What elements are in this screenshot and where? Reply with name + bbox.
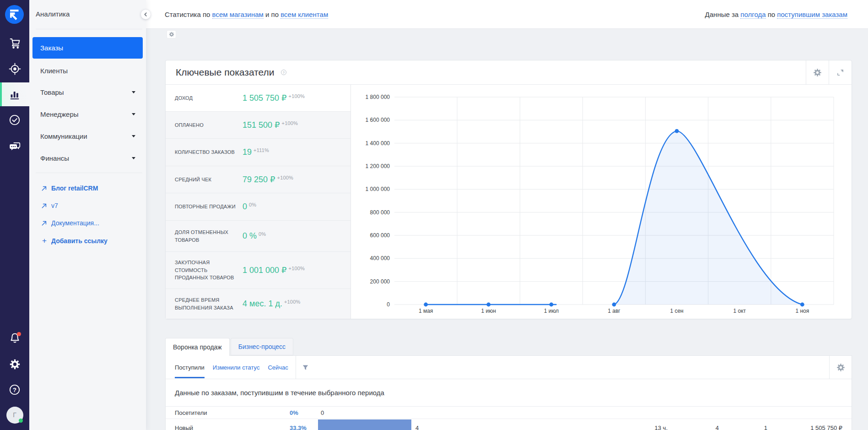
- chart-point[interactable]: [612, 303, 616, 307]
- metric-label: ДОХОД: [175, 94, 237, 102]
- metric-row[interactable]: ПОВТОРНЫЕ ПРОДАЖИ00%: [166, 193, 350, 220]
- sidebar-add-link[interactable]: + Добавить ссылку: [41, 236, 108, 245]
- metric-amount: 0: [243, 202, 247, 211]
- metric-amount: 151 500 ₽: [243, 120, 280, 130]
- kpi-card-header: Ключевые показатели: [166, 60, 852, 85]
- kpi-settings-button[interactable]: [806, 60, 829, 84]
- all-shops-link[interactable]: всем магазинам: [212, 11, 264, 19]
- rail-item-settings[interactable]: [0, 351, 29, 377]
- period-link[interactable]: полгода: [740, 11, 766, 19]
- metric-value: 00%: [243, 202, 256, 212]
- all-clients-link[interactable]: всем клиентам: [280, 11, 328, 19]
- metric-value: 0 %0%: [243, 231, 266, 241]
- x-axis-label: 1 сен: [670, 308, 683, 314]
- rail-item-notifications[interactable]: [0, 325, 29, 351]
- icon-rail: Г: [0, 0, 29, 430]
- gear-icon: [9, 359, 21, 370]
- subtab-received[interactable]: Поступили: [175, 356, 205, 379]
- chart-point[interactable]: [550, 303, 554, 307]
- gear-icon: [836, 363, 845, 372]
- metric-label: ПОВТОРНЫЕ ПРОДАЖИ: [175, 203, 237, 211]
- subtab-status-changed[interactable]: Изменили статус: [213, 356, 260, 379]
- sidebar-link-v7[interactable]: v7: [41, 202, 58, 209]
- y-axis-label: 1 400 000: [366, 140, 390, 147]
- chevron-left-icon: [143, 12, 148, 17]
- metric-row[interactable]: ОПЛАЧЕНО151 500 ₽+100%: [166, 111, 350, 138]
- page-settings-button[interactable]: [167, 30, 176, 38]
- period-prefix: Данные за: [705, 11, 741, 18]
- funnel-row[interactable]: Новый33,3%413 ч.411 505 750 ₽: [166, 419, 852, 430]
- kpi-expand-button[interactable]: [829, 60, 852, 84]
- metric-row[interactable]: СРЕДНЕЕ ВРЕМЯ ВЫПОЛНЕНИЯ ЗАКАЗА4 мес. 1 …: [166, 288, 350, 319]
- y-axis-label: 1 200 000: [366, 163, 390, 169]
- rail-item-chats[interactable]: [0, 133, 29, 159]
- metric-row[interactable]: КОЛИЧЕСТВО ЗАКАЗОВ19+111%: [166, 138, 350, 166]
- metric-row[interactable]: СРЕДНИЙ ЧЕК79 250 ₽+100%: [166, 166, 350, 193]
- user-avatar[interactable]: Г: [0, 402, 29, 428]
- metric-amount: 1 505 750 ₽: [243, 93, 287, 103]
- kpi-card-body: ДОХОД1 505 750 ₽+100%ОПЛАЧЕНО151 500 ₽+1…: [166, 85, 852, 319]
- x-axis-label: 1 июл: [544, 308, 559, 314]
- sidebar-item-label: Менеджеры: [40, 110, 79, 118]
- tab-label: Бизнес-процесс: [238, 343, 286, 350]
- retailcrm-logo[interactable]: [5, 5, 24, 24]
- y-axis-label: 800 000: [370, 209, 390, 216]
- chart-point[interactable]: [675, 129, 679, 133]
- gear-icon: [169, 32, 174, 37]
- subtab-label: Поступили: [175, 364, 205, 371]
- sidebar-item-customers[interactable]: Клиенты: [32, 60, 143, 82]
- sidebar-item-managers[interactable]: Менеджеры: [32, 103, 143, 125]
- kpi-help-button[interactable]: [280, 69, 287, 76]
- rail-item-tasks[interactable]: [0, 107, 29, 133]
- subtab-now[interactable]: Сейчас: [268, 356, 288, 379]
- metric-row[interactable]: ДОХОД1 505 750 ₽+100%: [166, 85, 350, 111]
- funnel-settings-button[interactable]: [829, 356, 852, 379]
- metric-change: +100%: [277, 175, 294, 180]
- sidebar-link-blog[interactable]: Блог retailCRM: [41, 185, 98, 192]
- metric-row[interactable]: ЗАКУПОЧНАЯ СТОИМОСТЬ ПРОДАННЫХ ТОВАРОВ1 …: [166, 251, 350, 288]
- sidebar-link-docs[interactable]: Документация...: [41, 219, 99, 227]
- cart-icon: [9, 37, 21, 49]
- stat-middle: и по: [264, 11, 280, 18]
- metric-value: 151 500 ₽+100%: [243, 120, 298, 130]
- sidebar-link-label: v7: [51, 202, 58, 209]
- tab-sales-funnel[interactable]: Воронка продаж: [165, 338, 230, 356]
- funnel-row[interactable]: Посетители0%0: [166, 407, 852, 419]
- caret-down-icon: [132, 135, 135, 137]
- metric-amount: 4 мес. 1 д.: [243, 299, 282, 308]
- y-axis-label: 600 000: [370, 232, 390, 239]
- gear-icon: [813, 68, 822, 77]
- sidebar-divider-top: [36, 29, 142, 29]
- tab-business-process[interactable]: Бизнес-процесс: [231, 338, 293, 355]
- metric-label: ДОЛЯ ОТМЕНЕННЫХ ТОВАРОВ: [175, 229, 237, 244]
- revenue-chart[interactable]: 0200 000400 000600 000800 0001 000 0001 …: [351, 85, 852, 319]
- sidebar-item-communications[interactable]: Коммуникации: [32, 125, 143, 147]
- sidebar-item-label: Заказы: [40, 44, 63, 52]
- active-subtab-underline: [175, 377, 205, 378]
- metric-change: +100%: [284, 299, 301, 305]
- metric-value: 79 250 ₽+100%: [243, 174, 293, 185]
- chart-point[interactable]: [486, 303, 491, 307]
- metric-value: 19+111%: [243, 147, 269, 157]
- sidebar-link-label: Документация...: [51, 219, 99, 227]
- chat-icon: [9, 140, 21, 152]
- metric-change: +100%: [282, 120, 298, 126]
- sidebar-item-products[interactable]: Товары: [32, 81, 143, 103]
- rail-item-analytics[interactable]: [0, 82, 29, 107]
- sidebar-item-finance[interactable]: Финансы: [32, 147, 143, 169]
- orders-type-link[interactable]: поступившим заказам: [777, 11, 847, 19]
- rail-item-orders[interactable]: [0, 30, 29, 56]
- y-axis-label: 1 000 000: [366, 186, 390, 192]
- rail-item-help[interactable]: [0, 377, 29, 403]
- funnel-cell: 13 ч.: [655, 425, 668, 430]
- sidebar-item-orders[interactable]: Заказы: [32, 37, 143, 59]
- sidebar-item-label: Клиенты: [40, 67, 68, 75]
- sidebar-collapse-button[interactable]: [141, 10, 151, 19]
- funnel-cell: 1 505 750 ₽: [810, 425, 842, 430]
- chart-point[interactable]: [424, 303, 428, 307]
- rail-item-customers[interactable]: [0, 56, 29, 82]
- filter-button[interactable]: [302, 364, 309, 371]
- chart-point[interactable]: [800, 303, 804, 307]
- funnel-bar[interactable]: [318, 419, 411, 430]
- metric-row[interactable]: ДОЛЯ ОТМЕНЕННЫХ ТОВАРОВ0 %0%: [166, 220, 350, 251]
